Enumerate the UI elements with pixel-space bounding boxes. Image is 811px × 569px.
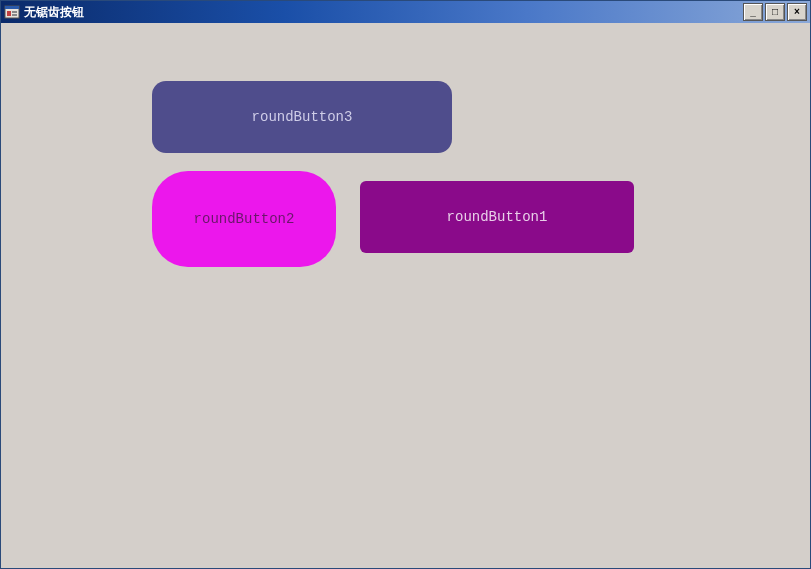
maximize-button[interactable]: □	[765, 3, 785, 21]
svg-rect-4	[12, 14, 17, 16]
round-button-2[interactable]: roundButton2	[152, 171, 336, 267]
svg-rect-3	[12, 11, 17, 13]
svg-rect-1	[5, 6, 19, 9]
minimize-button[interactable]: _	[743, 3, 763, 21]
svg-rect-2	[7, 11, 11, 16]
minimize-icon: _	[750, 7, 756, 17]
round-button-3-label: roundButton3	[252, 109, 353, 125]
titlebar: 无锯齿按钮 _ □ ×	[1, 1, 810, 23]
round-button-1-label: roundButton1	[447, 209, 548, 225]
app-icon	[4, 4, 20, 20]
window-controls: _ □ ×	[743, 3, 807, 21]
window-title: 无锯齿按钮	[24, 4, 743, 21]
close-icon: ×	[794, 7, 800, 17]
close-button[interactable]: ×	[787, 3, 807, 21]
round-button-1[interactable]: roundButton1	[360, 181, 634, 253]
maximize-icon: □	[772, 7, 778, 17]
round-button-3[interactable]: roundButton3	[152, 81, 452, 153]
round-button-2-label: roundButton2	[194, 211, 295, 227]
app-window: 无锯齿按钮 _ □ × roundButton3 roundButton2 ro…	[0, 0, 811, 569]
client-area: roundButton3 roundButton2 roundButton1	[2, 23, 809, 567]
